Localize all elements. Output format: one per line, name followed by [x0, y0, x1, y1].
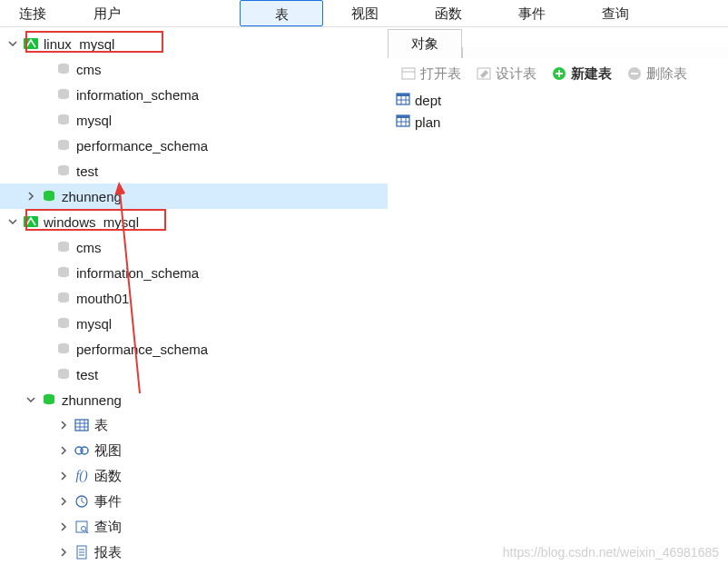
- spacer: [38, 265, 53, 280]
- connection-icon: [22, 213, 40, 231]
- db-performance-schema[interactable]: performance_schema: [0, 133, 388, 158]
- new-table-icon: [551, 65, 567, 82]
- db-node-queries[interactable]: 查询: [0, 514, 388, 540]
- db-label: performance_schema: [76, 342, 208, 357]
- report-icon: [73, 543, 91, 561]
- menu-users[interactable]: 用户: [65, 0, 149, 26]
- connection-label: linux_mysql: [44, 36, 114, 52]
- spacer: [38, 87, 53, 102]
- new-table-button[interactable]: 新建表: [546, 64, 617, 84]
- objects-toolbar: 打开表 设计表 新建表 删除表: [388, 58, 728, 89]
- connection-linux-mysql[interactable]: linux_mysql: [0, 31, 388, 56]
- delete-table-button[interactable]: 删除表: [621, 64, 693, 84]
- menu-queries[interactable]: 查询: [574, 0, 657, 26]
- menu-connect[interactable]: 连接: [0, 0, 65, 26]
- node-label: 查询: [94, 519, 122, 536]
- chevron-down-icon[interactable]: [24, 392, 38, 407]
- db-zhunneng-windows[interactable]: zhunneng: [0, 387, 388, 412]
- connection-tree: linux_mysql cms information_schema mysql: [0, 27, 388, 565]
- tab-blank: [462, 47, 728, 58]
- db-node-events[interactable]: 事件: [0, 489, 388, 514]
- db-cms[interactable]: cms: [0, 56, 388, 82]
- node-label: 表: [94, 417, 108, 434]
- db-label: performance_schema: [76, 138, 208, 154]
- db-test-2[interactable]: test: [0, 362, 388, 387]
- connection-windows-mysql[interactable]: windows_mysql: [0, 209, 388, 234]
- db-label: test: [76, 367, 98, 382]
- db-node-functions[interactable]: f() 函数: [0, 463, 388, 489]
- chevron-right-icon[interactable]: [56, 443, 71, 458]
- svg-rect-41: [397, 94, 409, 96]
- db-label: zhunneng: [62, 189, 122, 204]
- chevron-down-icon[interactable]: [5, 36, 20, 51]
- query-icon: [73, 518, 91, 536]
- spacer: [38, 240, 53, 254]
- view-icon: [73, 441, 91, 460]
- chevron-right-icon[interactable]: [56, 545, 71, 560]
- db-performance-schema-2[interactable]: performance_schema: [0, 336, 388, 362]
- toolbar-label: 新建表: [571, 65, 612, 83]
- menu-views[interactable]: 视图: [323, 0, 407, 26]
- db-label: information_schema: [76, 265, 199, 281]
- chevron-right-icon[interactable]: [56, 469, 71, 483]
- objects-list: dept plan: [388, 89, 728, 133]
- svg-point-21: [81, 447, 88, 454]
- database-icon: [54, 111, 73, 129]
- table-item-plan[interactable]: plan: [395, 111, 728, 133]
- design-table-button[interactable]: 设计表: [470, 64, 542, 84]
- db-information-schema-2[interactable]: information_schema: [0, 260, 388, 285]
- spacer: [38, 138, 53, 153]
- menu-functions[interactable]: 函数: [407, 0, 490, 26]
- db-label: mysql: [76, 316, 112, 332]
- svg-rect-15: [75, 420, 88, 431]
- db-information-schema[interactable]: information_schema: [0, 82, 388, 107]
- open-table-button[interactable]: 打开表: [395, 64, 467, 84]
- db-mouth01[interactable]: mouth01: [0, 285, 388, 311]
- db-mysql[interactable]: mysql: [0, 107, 388, 133]
- db-label: zhunneng: [62, 392, 122, 408]
- delete-table-icon: [626, 65, 643, 82]
- table-icon: [73, 416, 91, 434]
- node-label: 视图: [94, 442, 122, 460]
- menu-tables[interactable]: 表: [240, 0, 323, 26]
- open-table-icon: [400, 65, 417, 82]
- chevron-right-icon[interactable]: [56, 418, 71, 432]
- table-item-dept[interactable]: dept: [395, 89, 728, 111]
- table-icon: [395, 113, 411, 132]
- db-node-reports[interactable]: 报表: [0, 540, 388, 565]
- db-mysql-2[interactable]: mysql: [0, 311, 388, 336]
- database-icon: [54, 340, 73, 358]
- toolbar-label: 删除表: [646, 65, 687, 83]
- design-table-icon: [476, 65, 492, 82]
- spacer: [38, 291, 53, 305]
- node-label: 事件: [94, 493, 122, 510]
- tab-objects[interactable]: 对象: [388, 29, 462, 58]
- chevron-down-icon[interactable]: [5, 214, 20, 229]
- spacer: [38, 342, 53, 356]
- db-label: test: [76, 164, 98, 179]
- connection-label: windows_mysql: [44, 214, 139, 230]
- db-label: cms: [76, 62, 102, 77]
- db-node-views[interactable]: 视图: [0, 438, 388, 463]
- db-label: information_schema: [76, 87, 199, 103]
- database-icon: [54, 162, 73, 180]
- chevron-right-icon[interactable]: [24, 189, 38, 203]
- chevron-right-icon[interactable]: [56, 520, 71, 534]
- db-test[interactable]: test: [0, 158, 388, 183]
- spacer: [38, 113, 53, 127]
- db-cms-2[interactable]: cms: [0, 234, 388, 260]
- chevron-right-icon[interactable]: [56, 494, 71, 509]
- node-label: 报表: [94, 544, 122, 561]
- database-icon: [54, 289, 73, 307]
- db-node-tables[interactable]: 表: [0, 412, 388, 438]
- menu-events[interactable]: 事件: [490, 0, 574, 26]
- spacer: [38, 367, 53, 382]
- object-label: dept: [415, 93, 441, 108]
- database-icon: [54, 60, 73, 78]
- db-label: mouth01: [76, 291, 129, 306]
- toolbar-label: 打开表: [420, 65, 461, 83]
- db-zhunneng-linux[interactable]: zhunneng: [0, 183, 388, 209]
- database-open-icon: [40, 391, 58, 409]
- connection-icon: [22, 35, 40, 53]
- database-icon: [54, 238, 73, 256]
